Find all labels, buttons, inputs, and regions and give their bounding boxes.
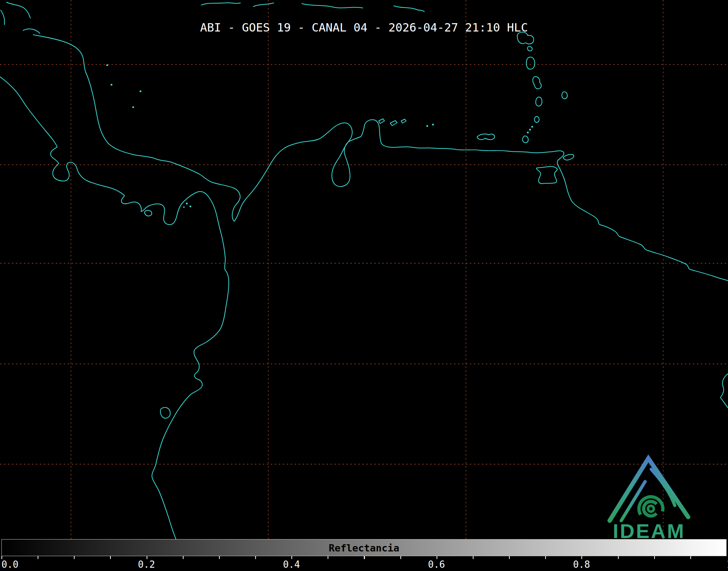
island-margarita [477, 134, 495, 140]
island [523, 136, 529, 143]
coast-fragment [394, 6, 424, 12]
island [144, 210, 152, 216]
coast-fragment [720, 374, 728, 408]
small-island-dots [106, 64, 533, 208]
spiral-arc [648, 506, 654, 512]
product-title: ABI - GOES 19 - CANAL 04 - 2026-04-27 21… [0, 21, 728, 34]
coast-fragment [201, 3, 240, 5]
island [536, 97, 542, 106]
island-trinidad [536, 167, 557, 184]
colorbar-tick-label: 0.0 [1, 559, 18, 570]
coast-fragment [302, 4, 363, 8]
pacific-coast [0, 77, 229, 539]
islet [106, 64, 108, 66]
islet [531, 126, 533, 128]
island [401, 119, 406, 123]
coast-fragment [253, 3, 274, 7]
colorbar-label: Reflectancia [2, 542, 726, 554]
islet [132, 106, 134, 108]
islet [190, 206, 192, 207]
coast-fragment [7, 2, 30, 18]
island [390, 121, 397, 126]
graticule-gridlines [0, 0, 728, 539]
satellite-image-view: IDEAM ABI - GOES 19 - CANAL 04 - 2026-04… [0, 0, 728, 571]
island [526, 57, 535, 69]
island [562, 92, 567, 99]
island [379, 119, 384, 123]
island [160, 407, 170, 418]
islet [432, 124, 434, 126]
colorbar-tick-label: 0.4 [283, 559, 300, 570]
colorbar-gradient: Reflectancia [1, 539, 727, 556]
island [533, 77, 541, 89]
colorbar-tick-label: 0.6 [428, 559, 445, 570]
lesser-antilles-islands [517, 32, 574, 184]
coastlines [0, 2, 728, 539]
islet [186, 203, 188, 205]
venezuela-offshore-islands [379, 119, 495, 140]
island [563, 154, 574, 160]
caribbean-south-america-coast [33, 35, 728, 281]
islet [527, 132, 529, 134]
spiral-arc [641, 499, 661, 519]
colorbar-tick-label: 0.2 [138, 559, 155, 570]
islet [529, 129, 531, 131]
satellite-map: IDEAM [0, 0, 728, 571]
island [534, 117, 539, 123]
islet [111, 84, 113, 86]
colorbar-tick-labels: 0.0 0.2 0.4 0.6 0.8 1.0 [1, 559, 727, 570]
islet [183, 206, 185, 208]
colorbar-tick-label: 0.8 [573, 559, 590, 570]
islet [426, 125, 428, 127]
island [527, 47, 532, 51]
islet [140, 91, 142, 92]
ideam-logo: IDEAM [610, 458, 688, 542]
colorbar-tick-marks [1, 556, 727, 559]
colorbar: Reflectancia 0.0 0.2 0.4 0.6 0.8 1.0 [0, 539, 728, 571]
